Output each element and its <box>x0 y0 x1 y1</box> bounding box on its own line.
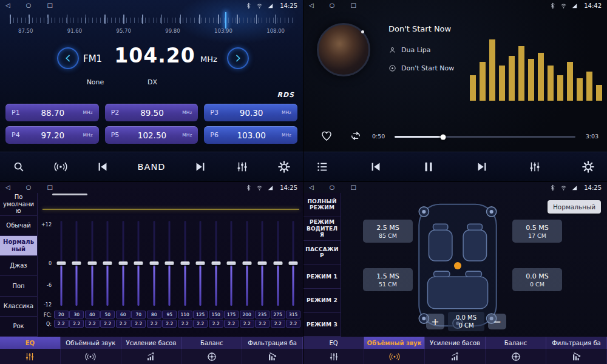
mode-passenger[interactable]: ПАССАЖИР <box>304 241 341 265</box>
eq-band-slider[interactable] <box>224 217 240 309</box>
previous-icon[interactable] <box>369 160 382 174</box>
eq-slider-handle[interactable] <box>258 261 267 265</box>
eq-slider-handle[interactable] <box>273 261 282 265</box>
eq-band-slider[interactable] <box>193 217 209 309</box>
eq-band-slider[interactable] <box>239 217 255 309</box>
nav-recents-icon[interactable]: □ <box>47 184 52 190</box>
eq-preset-pop[interactable]: Поп <box>0 276 37 296</box>
eq-preset-default[interactable]: По умолчанию <box>0 193 37 216</box>
eq-preset-normal[interactable]: Нормальный <box>0 236 37 256</box>
tab-balance[interactable]: Баланс <box>486 337 546 364</box>
tab-bass-boost[interactable]: Усиление басов <box>425 337 486 364</box>
settings-icon[interactable] <box>277 160 291 174</box>
tab-eq[interactable]: EQ <box>304 337 364 364</box>
band-button[interactable]: BAND <box>138 162 166 172</box>
broadcast-icon[interactable] <box>54 160 67 174</box>
sound-profile-button[interactable]: Нормальный <box>548 200 601 214</box>
increase-button[interactable]: + <box>426 314 444 329</box>
eq-slider-handle[interactable] <box>118 261 127 265</box>
repeat-button[interactable] <box>350 130 362 142</box>
preset-button-p6[interactable]: P6 103.00 MHz <box>204 126 297 144</box>
eq-band-slider[interactable] <box>177 217 193 309</box>
decrease-button[interactable]: − <box>488 314 506 329</box>
eq-slider-handle[interactable] <box>149 261 158 265</box>
mode-driver[interactable]: РЕЖИМ ВОДИТЕЛЯ <box>304 217 341 241</box>
eq-slider-handle[interactable] <box>180 261 189 265</box>
delay-front-right[interactable]: 0.5 MS 17 CM <box>512 220 562 243</box>
eq-slider-handle[interactable] <box>289 261 298 265</box>
eq-band-slider[interactable] <box>146 217 162 309</box>
eq-band-slider[interactable] <box>69 217 85 309</box>
progress-knob[interactable] <box>441 134 446 140</box>
eq-band-slider[interactable] <box>270 217 286 309</box>
tab-balance[interactable]: Баланс <box>181 337 242 364</box>
nav-recents-icon[interactable]: □ <box>350 2 356 8</box>
favorite-button[interactable] <box>320 130 333 142</box>
mixer-icon[interactable] <box>236 160 249 174</box>
preset-button-p3[interactable]: P3 90.30 MHz <box>204 104 297 121</box>
tab-surround[interactable]: Объёмный звук <box>61 337 121 364</box>
eq-preset-classic[interactable]: Классика <box>0 297 37 317</box>
eq-band-slider[interactable] <box>100 217 116 309</box>
tab-filter[interactable]: Фильтрация ба <box>546 337 607 364</box>
previous-icon[interactable] <box>96 160 109 174</box>
settings-icon[interactable] <box>582 160 595 174</box>
eq-band-slider[interactable] <box>162 217 178 309</box>
nav-back-icon[interactable]: ◁ <box>5 184 10 190</box>
nav-home-icon[interactable]: ○ <box>330 2 335 8</box>
eq-band-slider[interactable] <box>131 217 147 309</box>
nav-back-icon[interactable]: ◁ <box>5 2 10 8</box>
eq-slider-handle[interactable] <box>196 261 205 265</box>
eq-slider-handle[interactable] <box>87 261 97 265</box>
eq-preset-jazz[interactable]: Джаз <box>0 256 37 276</box>
eq-slider-handle[interactable] <box>211 261 220 265</box>
tune-up-button[interactable] <box>227 47 249 69</box>
eq-slider-handle[interactable] <box>56 261 66 265</box>
preset-button-p2[interactable]: P2 89.50 MHz <box>105 104 198 121</box>
eq-preset-rock[interactable]: Рок <box>0 317 37 337</box>
tab-bass-boost[interactable]: Усиление басов <box>121 337 182 364</box>
next-icon[interactable] <box>475 160 489 174</box>
delay-rear-left[interactable]: 1.5 MS 51 CM <box>363 268 413 291</box>
eq-band-slider[interactable] <box>53 217 69 309</box>
tune-down-button[interactable] <box>57 47 79 69</box>
eq-band-slider[interactable] <box>84 217 100 309</box>
eq-preset-custom[interactable]: Обычай <box>0 216 37 236</box>
delay-rear-right[interactable]: 0.0 MS 0 CM <box>512 268 562 291</box>
eq-slider-handle[interactable] <box>72 261 81 265</box>
nav-back-icon[interactable]: ◁ <box>309 184 314 190</box>
scan-icon[interactable] <box>12 160 25 174</box>
nav-back-icon[interactable]: ◁ <box>309 2 314 8</box>
frequency-ruler[interactable]: 87.50 91.60 95.70 99.80 103.90 108.00 <box>0 12 303 39</box>
nav-recents-icon[interactable]: □ <box>47 2 52 8</box>
preset-button-p5[interactable]: P5 102.50 MHz <box>105 126 198 144</box>
mode-3[interactable]: РЕЖИМ 3 <box>304 313 341 337</box>
tab-eq[interactable]: EQ <box>0 337 61 364</box>
mixer-icon[interactable] <box>528 160 541 174</box>
mode-full[interactable]: ПОЛНЫЙ РЕЖИМ <box>304 193 341 217</box>
delay-front-left[interactable]: 2.5 MS 85 CM <box>363 220 413 243</box>
nav-home-icon[interactable]: ○ <box>330 184 335 190</box>
eq-band-slider[interactable] <box>115 217 131 309</box>
preset-button-p4[interactable]: P4 97.20 MHz <box>5 126 99 144</box>
mode-1[interactable]: РЕЖИМ 1 <box>304 265 341 289</box>
nav-home-icon[interactable]: ○ <box>26 2 32 8</box>
pause-icon[interactable] <box>422 160 435 174</box>
eq-band-slider[interactable] <box>255 217 271 309</box>
eq-slider-handle[interactable] <box>165 261 174 265</box>
next-icon[interactable] <box>194 160 207 174</box>
playlist-icon[interactable] <box>316 160 329 174</box>
progress-bar[interactable] <box>395 136 575 138</box>
eq-slider-handle[interactable] <box>103 261 112 265</box>
tab-filter[interactable]: Фильтрация ба <box>242 337 303 364</box>
preset-button-p1[interactable]: P1 88.70 MHz <box>5 104 99 121</box>
eq-slider-handle[interactable] <box>134 261 143 265</box>
mode-2[interactable]: РЕЖИМ 2 <box>304 289 341 313</box>
eq-slider-handle[interactable] <box>242 261 251 265</box>
eq-slider-handle[interactable] <box>227 261 236 265</box>
eq-band-slider[interactable] <box>286 217 302 309</box>
tab-surround[interactable]: Объёмный звук <box>364 337 425 364</box>
nav-home-icon[interactable]: ○ <box>26 184 32 190</box>
eq-band-slider[interactable] <box>208 217 224 309</box>
nav-recents-icon[interactable]: □ <box>350 184 356 190</box>
